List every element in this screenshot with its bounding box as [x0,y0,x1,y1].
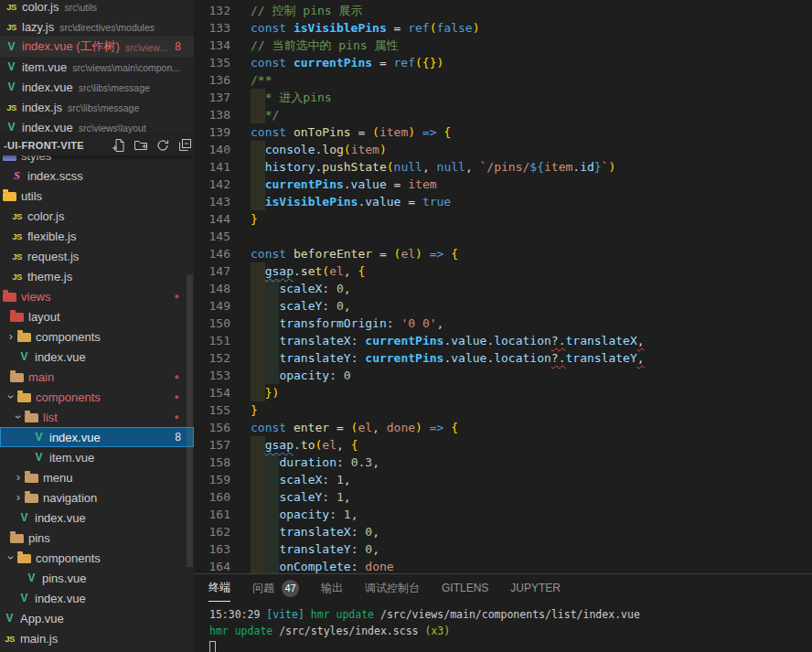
tree-item-app.vue[interactable]: VApp.vue [0,608,194,628]
open-editor-item[interactable]: Vindex.vue (工作树)src\view...8 [0,37,194,57]
panel-tab-gitlens[interactable]: GITLENS [442,574,488,602]
line-number: 136 [194,71,230,89]
tree-item-navigation[interactable]: ›navigation [0,487,194,508]
code-line[interactable]: 143isVisiblePins.value = true [194,193,812,210]
folder-icon [25,474,38,483]
tree-item-utils[interactable]: utils [0,186,194,206]
open-editor-item[interactable]: JScolor.jssrc\utils [0,0,194,16]
problems-badge: 8 [175,431,181,444]
new-file-icon[interactable] [112,138,126,153]
code-line[interactable]: 155} [194,401,812,419]
file-path: src\views\main\compon... [72,62,180,73]
code-line[interactable]: 145 [194,228,812,245]
collapse-folders-icon[interactable] [177,138,192,153]
tree-item-layout[interactable]: layout [0,306,194,326]
tree-item-index.vue[interactable]: Vindex.vue [0,508,194,528]
item-name: components [36,330,101,344]
open-editor-item[interactable]: JSindex.jssrc\libs\message [0,97,194,117]
code-line[interactable]: 135const currentPins = ref({}) [194,54,812,71]
line-number: 161 [194,506,230,523]
code-line[interactable]: 157gsap.to(el, { [194,436,812,454]
code-line[interactable]: 153opacity: 0 [194,367,812,384]
open-editor-item[interactable]: Vindex.vuesrc\libs\message [0,77,194,97]
code-line[interactable]: 139const onToPins = (item) => { [194,123,812,141]
terminal-line: 15:30:29 [vite] hmr update /src/views/ma… [209,606,812,623]
code-line[interactable]: 152translateY: currentPins.value.locatio… [194,349,812,367]
tree-item-index.vue[interactable]: Vindex.vue8 [0,427,194,447]
code-line[interactable]: 150transformOrigin: '0 0', [194,315,812,332]
chevron-right-icon: › [13,472,24,483]
tree-item-components[interactable]: ›components [0,326,194,347]
code-line[interactable]: 142currentPins.value = item [194,176,812,193]
explorer-sidebar: JScolor.jssrc\utilsJSlazy.jssrc\directiv… [0,0,194,652]
code-text: } [251,210,258,228]
panel-tab-调试控制台[interactable]: 调试控制台 [365,574,420,602]
code-line[interactable]: 148scaleX: 0, [194,280,812,297]
code-line[interactable]: 149scaleY: 0, [194,297,812,315]
folder-icon [10,534,24,543]
code-line[interactable]: 146const beforeEnter = (el) => { [194,245,812,262]
line-number: 158 [194,454,230,471]
tree-item-index.scss[interactable]: Sindex.scss [0,166,194,186]
tree-item-flexible.js[interactable]: JSflexible.js [0,226,194,246]
code-line[interactable]: 162translateX: 0, [194,523,812,540]
tree-item-views[interactable]: views● [0,286,194,306]
code-line[interactable]: 137* 进入pins [194,89,812,106]
new-folder-icon[interactable] [134,138,148,153]
panel-tab-问题[interactable]: 问题47 [252,574,299,602]
item-name: item.vue [49,451,94,465]
panel-tab-jupyter[interactable]: JUPYTER [510,574,561,602]
code-line[interactable]: 164onComplete: done [194,558,812,573]
code-line[interactable]: 160scaleY: 1, [194,488,812,506]
tree-item-components[interactable]: ›components [0,548,194,568]
file-name: index.vue [22,80,73,94]
tree-item-pins[interactable]: pins [0,528,194,548]
code-text: scaleY: 0, [251,297,351,315]
panel-tab-输出[interactable]: 输出 [321,574,343,602]
tree-item-main.js[interactable]: JSmain.js [0,628,194,648]
tree-item-color.js[interactable]: JScolor.js [0,206,194,226]
code-line[interactable]: 156const enter = (el, done) => { [194,419,812,436]
modified-dot: ● [175,412,179,422]
code-line[interactable]: 158duration: 0.3, [194,454,812,471]
code-line[interactable]: 136/** [194,71,812,89]
code-line[interactable]: 163translateY: 0, [194,540,812,558]
tree-item-theme.js[interactable]: JStheme.js [0,266,194,286]
tree-item-index.vue[interactable]: Vindex.vue [0,347,194,367]
tab-label: 问题 [252,581,274,596]
explorer-section-header[interactable]: -UI-FRONT-VITE [0,135,194,155]
code-line[interactable]: 159scaleX: 1, [194,471,812,488]
open-editor-item[interactable]: Vindex.vuesrc\views\layout [0,117,194,137]
code-line[interactable]: 133const isVisiblePins = ref(false) [194,19,812,37]
line-number: 135 [194,54,230,71]
tree-item-pins.vue[interactable]: Vpins.vue [0,568,194,588]
code-line[interactable]: 141history.pushState(null, null, `/pins/… [194,158,812,176]
panel-tab-终端[interactable]: 终端 [208,574,230,602]
tree-item-components[interactable]: ›components● [0,387,194,407]
tree-item-item.vue[interactable]: Vitem.vue [0,447,194,467]
tree-item-list[interactable]: ›list● [0,407,194,427]
terminal-output[interactable]: 15:30:29 [vite] hmr update /src/views/ma… [194,602,812,652]
code-line[interactable]: 132// 控制 pins 展示 [194,2,812,19]
code-line[interactable]: 144} [194,210,812,228]
open-editor-item[interactable]: JSlazy.jssrc\directives\modules [0,16,194,37]
tree-item-index.vue[interactable]: Vindex.vue [0,588,194,608]
sidebar-scrollbar[interactable] [187,274,193,567]
code-text: const currentPins = ref({}) [251,54,443,71]
refresh-icon[interactable] [155,138,170,153]
code-line[interactable]: 140console.log(item) [194,141,812,158]
tree-item-request.js[interactable]: JSrequest.js [0,246,194,266]
vue-file-icon: V [4,40,19,53]
tree-item-main[interactable]: main● [0,367,194,387]
tree-item-menu[interactable]: ›menu [0,467,194,487]
chevron-down-icon: › [13,412,24,422]
code-line[interactable]: 161opacity: 1, [194,506,812,523]
code-line[interactable]: 147gsap.set(el, { [194,262,812,280]
code-line[interactable]: 154}) [194,384,812,401]
code-line[interactable]: 134// 当前选中的 pins 属性 [194,37,812,54]
code-line[interactable]: 151translateX: currentPins.value.locatio… [194,332,812,349]
scss-file-icon: S [9,169,25,183]
code-line[interactable]: 138*/ [194,106,812,123]
open-editor-item[interactable]: Vitem.vuesrc\views\main\compon... [0,57,194,77]
code-editor[interactable]: 132// 控制 pins 展示133const isVisiblePins =… [194,0,812,573]
